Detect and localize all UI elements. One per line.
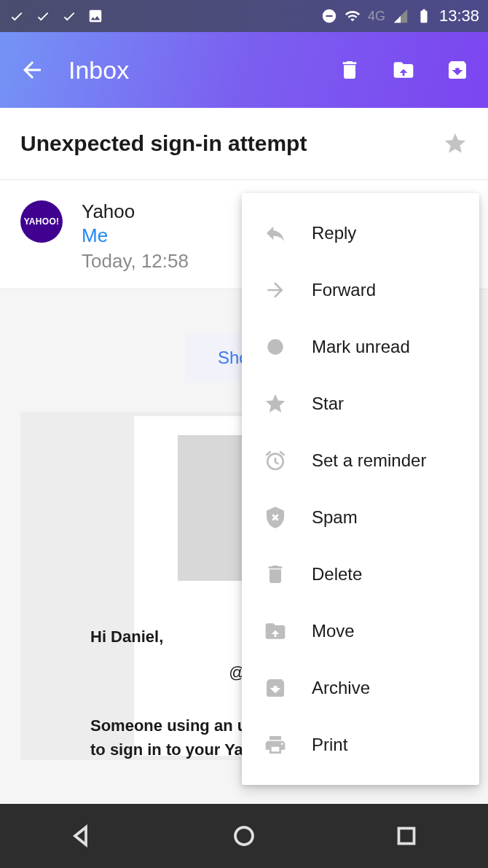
menu-label: Print bbox=[312, 735, 347, 755]
back-icon[interactable] bbox=[19, 57, 45, 83]
menu-label: Spam bbox=[312, 507, 358, 528]
circle-icon bbox=[264, 335, 287, 359]
star-icon bbox=[264, 392, 287, 415]
menu-label: Delete bbox=[312, 564, 362, 584]
trash-icon[interactable] bbox=[338, 58, 361, 82]
sender-info: Yahoo Me Today, 12:58 bbox=[82, 200, 189, 273]
menu-item-forward[interactable]: Forward bbox=[242, 262, 479, 318]
menu-label: Archive bbox=[312, 678, 370, 698]
nav-recents-icon[interactable] bbox=[393, 823, 420, 849]
reply-icon bbox=[264, 222, 287, 245]
folder-up-icon bbox=[264, 619, 287, 643]
clock: 13:38 bbox=[439, 7, 479, 26]
network-label: 4G bbox=[368, 9, 385, 24]
menu-label: Star bbox=[312, 394, 344, 414]
menu-item-delete[interactable]: Delete bbox=[242, 546, 479, 603]
subject-bar: Unexpected sign-in attempt bbox=[0, 108, 488, 180]
forward-icon bbox=[264, 278, 287, 302]
dnd-icon bbox=[321, 8, 337, 24]
app-bar: Inbox bbox=[0, 32, 488, 108]
menu-label: Mark unread bbox=[312, 337, 410, 357]
archive-icon bbox=[264, 676, 287, 700]
navigation-bar bbox=[0, 804, 488, 868]
print-icon bbox=[264, 733, 287, 756]
timestamp: Today, 12:58 bbox=[82, 250, 189, 273]
context-menu: Reply Forward Mark unread Star Set a rem… bbox=[242, 193, 479, 785]
check-icon bbox=[35, 8, 51, 24]
status-bar: 4G 13:38 bbox=[0, 0, 488, 32]
menu-label: Set a reminder bbox=[312, 450, 426, 471]
shield-icon bbox=[264, 506, 287, 529]
menu-label: Reply bbox=[312, 223, 356, 243]
menu-item-reply[interactable]: Reply bbox=[242, 205, 479, 262]
menu-label: Forward bbox=[312, 280, 376, 300]
avatar[interactable]: YAHOO! bbox=[20, 200, 63, 243]
sender-name: Yahoo bbox=[82, 200, 189, 223]
status-right: 4G 13:38 bbox=[321, 7, 479, 26]
menu-item-mark-unread[interactable]: Mark unread bbox=[242, 318, 479, 375]
image-icon bbox=[87, 8, 103, 24]
subject-text: Unexpected sign-in attempt bbox=[20, 131, 307, 156]
svg-rect-2 bbox=[399, 829, 414, 844]
svg-point-1 bbox=[235, 827, 253, 845]
recipient-link[interactable]: Me bbox=[82, 224, 189, 247]
menu-item-star[interactable]: Star bbox=[242, 375, 479, 432]
menu-item-reminder[interactable]: Set a reminder bbox=[242, 432, 479, 489]
wifi-icon bbox=[345, 8, 361, 24]
alarm-icon bbox=[264, 449, 287, 472]
star-icon[interactable] bbox=[443, 131, 468, 156]
menu-item-print[interactable]: Print bbox=[242, 716, 479, 773]
trash-icon bbox=[264, 563, 287, 586]
nav-back-icon[interactable] bbox=[68, 823, 95, 849]
email-greeting: Hi Daniel, bbox=[90, 627, 163, 646]
svg-point-0 bbox=[267, 339, 283, 354]
check-icon bbox=[9, 8, 25, 24]
menu-item-archive[interactable]: Archive bbox=[242, 660, 479, 716]
folder-up-icon[interactable] bbox=[392, 58, 415, 82]
menu-label: Move bbox=[312, 621, 355, 641]
menu-item-spam[interactable]: Spam bbox=[242, 489, 479, 546]
battery-icon bbox=[416, 8, 432, 24]
nav-home-icon[interactable] bbox=[231, 823, 257, 849]
page-title: Inbox bbox=[68, 56, 307, 85]
check-icon bbox=[61, 8, 77, 24]
menu-item-move[interactable]: Move bbox=[242, 603, 479, 660]
archive-icon[interactable] bbox=[446, 58, 469, 82]
signal-icon bbox=[393, 8, 409, 24]
status-left bbox=[9, 8, 103, 24]
